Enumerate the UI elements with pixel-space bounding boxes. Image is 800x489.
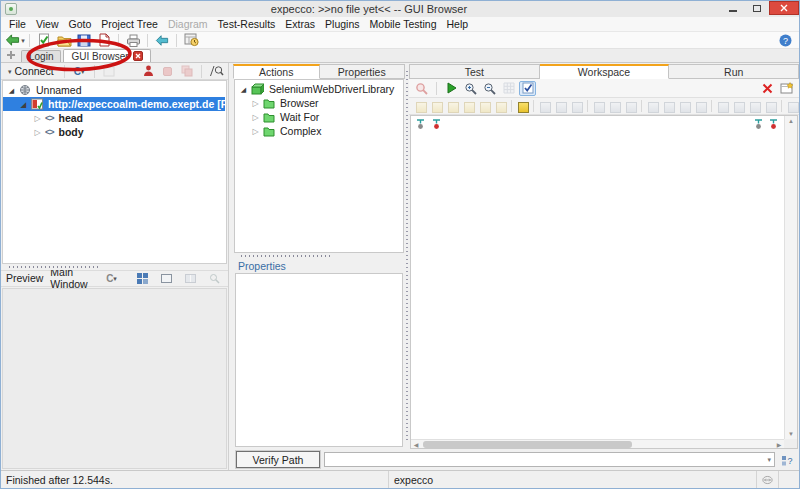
tab-properties[interactable]: Properties bbox=[320, 64, 406, 79]
connect-button[interactable]: ▾ Connect bbox=[4, 64, 58, 79]
add-tab-icon[interactable] bbox=[5, 49, 17, 61]
horizontal-splitter[interactable] bbox=[233, 253, 405, 259]
tab-run[interactable]: Run bbox=[669, 64, 799, 79]
path-helper-button[interactable]: ? bbox=[779, 452, 796, 467]
window-settings-button[interactable] bbox=[181, 32, 201, 48]
menu-extras[interactable]: Extras bbox=[280, 18, 320, 30]
preview-refresh-dropdown-icon: ▾ bbox=[113, 275, 117, 282]
expander-icon[interactable] bbox=[251, 113, 260, 122]
find-by-path-button[interactable] bbox=[208, 64, 225, 79]
tree-item-unnamed[interactable]: Unnamed bbox=[3, 83, 226, 97]
expander-icon[interactable] bbox=[239, 85, 248, 94]
find-red-icon bbox=[415, 82, 428, 95]
show-grid-icon[interactable] bbox=[516, 100, 529, 113]
run-button[interactable] bbox=[443, 81, 460, 96]
workspace-canvas[interactable]: ▲ ▼ ◀ ▶ bbox=[410, 115, 798, 449]
edit-sheet-button[interactable] bbox=[778, 81, 795, 96]
close-button[interactable] bbox=[769, 1, 799, 15]
scroll-left-icon[interactable]: ◀ bbox=[411, 441, 421, 448]
scrollbar-corner bbox=[784, 439, 797, 448]
zoom-out-button[interactable] bbox=[481, 81, 498, 96]
select-frame-icon bbox=[161, 274, 172, 283]
open-button[interactable] bbox=[54, 32, 74, 48]
tab-close-button[interactable] bbox=[133, 51, 143, 61]
tab-gui-browser[interactable]: GUI Browser bbox=[63, 49, 150, 62]
expander-icon[interactable] bbox=[33, 128, 42, 137]
tree-item-complex[interactable]: Complex bbox=[235, 124, 403, 138]
output-pin-icon[interactable] bbox=[769, 119, 778, 130]
menu-mobile-testing[interactable]: Mobile Testing bbox=[365, 18, 442, 30]
save-button[interactable] bbox=[74, 32, 94, 48]
record-user-button[interactable] bbox=[140, 64, 157, 79]
edit-sheet-icon bbox=[780, 82, 794, 94]
minimize-button[interactable] bbox=[721, 1, 745, 15]
refresh-icon: C bbox=[74, 66, 81, 77]
scroll-right-icon[interactable]: ▶ bbox=[774, 441, 784, 448]
horizontal-scrollbar[interactable]: ◀ ▶ bbox=[411, 439, 784, 448]
expander-icon[interactable] bbox=[33, 114, 42, 123]
tab-actions[interactable]: Actions bbox=[233, 64, 320, 79]
tree-item-url[interactable]: http://expeccoalm-demo.exept.de [Firefox… bbox=[3, 97, 225, 111]
maximize-button[interactable] bbox=[745, 1, 769, 15]
statusbar: Finished after 12.544s. expecco bbox=[1, 470, 799, 488]
path-input[interactable]: ▾ bbox=[324, 452, 775, 467]
web-root-icon bbox=[19, 84, 31, 96]
vertical-scrollbar[interactable]: ▲ ▼ bbox=[784, 116, 797, 439]
tree-item-head[interactable]: <> head bbox=[3, 111, 226, 125]
record-stop-button bbox=[159, 64, 176, 79]
zoom-in-icon bbox=[464, 82, 477, 95]
output-pin-icon[interactable] bbox=[432, 119, 441, 130]
back-button[interactable]: ▾ bbox=[5, 32, 25, 48]
find-by-path-icon bbox=[209, 65, 224, 77]
undo-button[interactable] bbox=[152, 32, 172, 48]
workspace-tabs: Test Workspace Run bbox=[409, 63, 799, 79]
preview-grid-button[interactable] bbox=[134, 271, 151, 286]
menu-help[interactable]: Help bbox=[441, 18, 473, 30]
browser-connected-icon bbox=[31, 98, 43, 110]
accept-button[interactable] bbox=[34, 32, 54, 48]
input-pin-icon[interactable] bbox=[754, 119, 763, 130]
diagram-tool-icon bbox=[608, 100, 621, 113]
menu-goto[interactable]: Goto bbox=[64, 18, 97, 30]
preview-select-frame-button[interactable] bbox=[158, 271, 175, 286]
panes-icon bbox=[185, 274, 196, 283]
preview-refresh-button[interactable]: C ▾ bbox=[103, 271, 120, 286]
print-button[interactable] bbox=[123, 32, 143, 48]
menu-plugins[interactable]: Plugins bbox=[320, 18, 364, 30]
scroll-down-icon[interactable]: ▼ bbox=[788, 429, 794, 439]
tree-item-wait-for[interactable]: Wait For bbox=[235, 110, 403, 124]
new-document-button[interactable] bbox=[94, 32, 114, 48]
window-settings-icon bbox=[184, 33, 199, 47]
path-dropdown-icon[interactable]: ▾ bbox=[767, 456, 771, 464]
expander-icon[interactable] bbox=[7, 86, 16, 95]
tab-test[interactable]: Test bbox=[409, 64, 540, 79]
tree-item-label: body bbox=[57, 126, 86, 138]
expander-icon[interactable] bbox=[251, 99, 260, 108]
expander-icon[interactable] bbox=[19, 100, 28, 109]
preview-window-label[interactable]: Main Window bbox=[50, 266, 96, 290]
menu-file[interactable]: File bbox=[4, 18, 31, 30]
verify-path-button[interactable]: Verify Path bbox=[236, 451, 320, 468]
tree-item-body[interactable]: <> body bbox=[3, 125, 226, 139]
auto-verify-toggle[interactable] bbox=[519, 81, 536, 96]
tree-item-browser[interactable]: Browser bbox=[235, 96, 403, 110]
scrollbar-thumb[interactable] bbox=[423, 441, 632, 448]
menu-test-results[interactable]: Test-Results bbox=[213, 18, 281, 30]
horizontal-splitter[interactable] bbox=[1, 264, 228, 270]
actions-tree: SeleniumWebDriverLibrary Browser bbox=[234, 79, 404, 253]
left-splitter[interactable] bbox=[229, 63, 233, 470]
menu-view[interactable]: View bbox=[31, 18, 64, 30]
clear-button[interactable] bbox=[759, 81, 776, 96]
help-button[interactable]: ? bbox=[775, 32, 795, 48]
expander-icon[interactable] bbox=[251, 127, 260, 136]
refresh-button[interactable]: C ▾ bbox=[71, 64, 88, 79]
zoom-in-button[interactable] bbox=[462, 81, 479, 96]
tab-login[interactable]: Login bbox=[21, 50, 61, 62]
menu-project-tree[interactable]: Project Tree bbox=[96, 18, 163, 30]
tab-workspace[interactable]: Workspace bbox=[540, 64, 670, 79]
middle-splitter[interactable] bbox=[405, 63, 409, 449]
back-arrow-icon bbox=[5, 33, 20, 47]
tree-item-library[interactable]: SeleniumWebDriverLibrary bbox=[235, 82, 403, 96]
scroll-up-icon[interactable]: ▲ bbox=[788, 116, 794, 126]
input-pin-icon[interactable] bbox=[416, 119, 425, 130]
